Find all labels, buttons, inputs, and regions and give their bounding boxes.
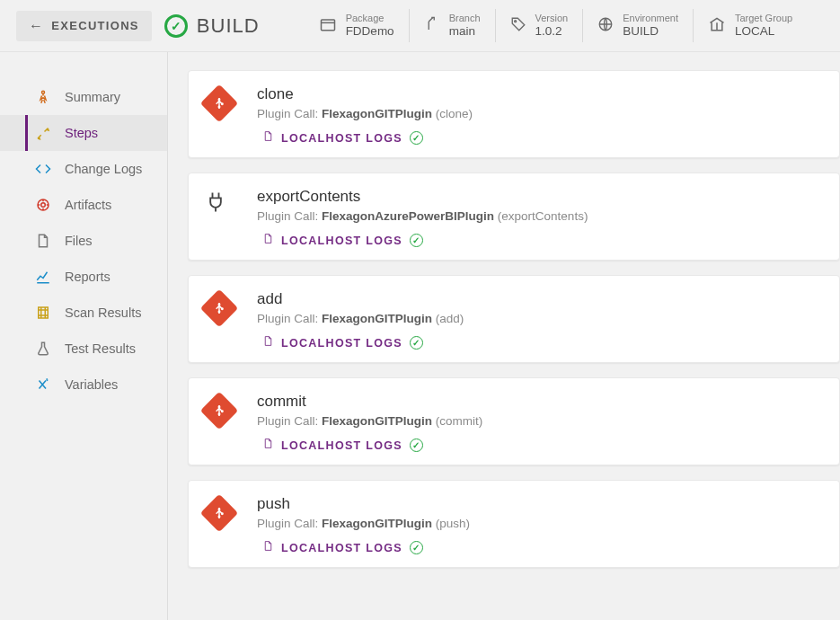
svg-rect-0 (321, 20, 334, 31)
artifacts-icon (34, 197, 52, 213)
git-icon (203, 292, 235, 324)
meta-target-group-value: LOCAL (735, 24, 792, 39)
logs-link[interactable]: LOCALHOST LOGS ✓ (262, 232, 825, 249)
meta-branch-value: main (449, 24, 481, 39)
step-title: clone (257, 85, 825, 103)
step-card[interactable]: push Plugin Call: FlexagonGITPlugin (pus… (188, 480, 840, 568)
chart-icon (34, 269, 52, 285)
meta-environment-value: BUILD (623, 24, 678, 39)
meta-version[interactable]: Version 1.0.2 (495, 9, 583, 42)
plugin-icon (203, 190, 235, 222)
step-title: add (257, 290, 825, 308)
sidebar-item-label: Reports (65, 270, 111, 284)
svg-point-15 (221, 410, 224, 412)
svg-point-12 (221, 307, 224, 310)
step-card[interactable]: commit Plugin Call: FlexagonGITPlugin (c… (188, 377, 840, 465)
sidebar-item-changelogs[interactable]: Change Logs (0, 151, 167, 187)
target-group-icon (708, 15, 726, 37)
back-to-executions-button[interactable]: ← EXECUTIONS (16, 11, 152, 41)
steps-panel: clone Plugin Call: FlexagonGITPlugin (cl… (167, 52, 840, 620)
logs-link[interactable]: LOCALHOST LOGS ✓ (262, 539, 825, 556)
meta-environment[interactable]: Environment BUILD (582, 9, 693, 42)
svg-point-7 (218, 99, 221, 102)
meta-package[interactable]: Package FDDemo (305, 9, 409, 42)
sidebar: Summary Steps Change Logs Artifacts File… (0, 52, 167, 620)
meta-package-value: FDDemo (346, 24, 394, 39)
svg-point-13 (218, 406, 221, 409)
svg-point-16 (218, 509, 221, 511)
sidebar-item-label: Files (65, 234, 93, 248)
sidebar-item-test-results[interactable]: Test Results (0, 331, 167, 367)
meta-target-group[interactable]: Target Group LOCAL (693, 9, 807, 42)
sidebar-item-files[interactable]: Files (0, 223, 167, 259)
svg-rect-6 (39, 307, 49, 318)
svg-point-18 (221, 512, 224, 515)
success-mini-icon: ✓ (410, 131, 423, 145)
success-mini-icon: ✓ (410, 234, 423, 247)
globe-icon (597, 16, 614, 36)
header-bar: ← EXECUTIONS ✓ BUILD Package FDDemo Bran… (0, 0, 840, 52)
package-icon (319, 15, 337, 37)
meta-branch[interactable]: Branch main (409, 9, 495, 42)
sidebar-item-summary[interactable]: Summary (0, 79, 167, 115)
logs-label: LOCALHOST LOGS (281, 542, 402, 554)
logs-link[interactable]: LOCALHOST LOGS ✓ (262, 129, 825, 146)
step-card[interactable]: exportContents Plugin Call: FlexagonAzur… (188, 173, 840, 261)
sidebar-item-reports[interactable]: Reports (0, 259, 167, 295)
logs-label: LOCALHOST LOGS (281, 132, 402, 145)
success-check-icon: ✓ (164, 14, 188, 38)
sidebar-item-label: Steps (65, 126, 98, 140)
sidebar-item-artifacts[interactable]: Artifacts (0, 187, 167, 223)
executions-label: EXECUTIONS (51, 19, 139, 32)
logs-label: LOCALHOST LOGS (281, 235, 402, 247)
logs-label: LOCALHOST LOGS (281, 337, 402, 350)
sidebar-item-label: Change Logs (65, 162, 142, 176)
sidebar-item-scan-results[interactable]: Scan Results (0, 295, 167, 331)
sidebar-item-label: Summary (65, 90, 120, 104)
back-arrow-icon: ← (29, 19, 44, 33)
svg-point-14 (218, 413, 221, 416)
code-icon (34, 161, 52, 177)
svg-point-11 (218, 311, 221, 314)
summary-icon (34, 89, 52, 105)
git-icon (203, 87, 235, 120)
build-status: ✓ BUILD (164, 14, 260, 38)
sidebar-item-label: Variables (65, 377, 118, 392)
svg-point-3 (42, 91, 45, 93)
document-icon (262, 129, 274, 146)
branch-icon (424, 16, 440, 36)
svg-point-17 (218, 516, 221, 518)
variable-icon (34, 376, 52, 393)
plugin-call-line: Plugin Call: FlexagonGITPlugin (clone) (257, 107, 825, 120)
step-title: commit (257, 393, 825, 411)
scan-icon (34, 305, 52, 321)
logs-link[interactable]: LOCALHOST LOGS ✓ (262, 437, 825, 454)
step-card[interactable]: clone Plugin Call: FlexagonGITPlugin (cl… (188, 70, 840, 158)
document-icon (262, 232, 274, 249)
document-icon (262, 539, 274, 556)
meta-branch-label: Branch (449, 13, 481, 24)
logs-label: LOCALHOST LOGS (281, 439, 402, 452)
success-mini-icon: ✓ (410, 541, 423, 554)
plugin-call-line: Plugin Call: FlexagonGITPlugin (commit) (257, 414, 825, 428)
svg-point-5 (41, 203, 46, 208)
logs-link[interactable]: LOCALHOST LOGS ✓ (262, 334, 825, 351)
steps-icon (34, 125, 52, 141)
git-icon (203, 394, 235, 427)
sidebar-item-steps[interactable]: Steps (0, 115, 167, 151)
svg-point-1 (514, 20, 516, 22)
meta-environment-label: Environment (623, 13, 678, 24)
meta-version-label: Version (535, 13, 569, 24)
step-title: push (257, 495, 825, 513)
meta-version-value: 1.0.2 (535, 24, 569, 39)
svg-point-8 (218, 106, 221, 109)
step-title: exportContents (257, 188, 825, 206)
build-label: BUILD (197, 14, 260, 38)
step-card[interactable]: add Plugin Call: FlexagonGITPlugin (add)… (188, 275, 840, 363)
plugin-call-line: Plugin Call: FlexagonGITPlugin (push) (257, 517, 825, 530)
plugin-call-line: Plugin Call: FlexagonGITPlugin (add) (257, 312, 825, 325)
svg-point-9 (221, 102, 224, 105)
sidebar-item-variables[interactable]: Variables (0, 367, 167, 403)
sidebar-item-label: Test Results (65, 341, 136, 356)
document-icon (262, 437, 274, 454)
